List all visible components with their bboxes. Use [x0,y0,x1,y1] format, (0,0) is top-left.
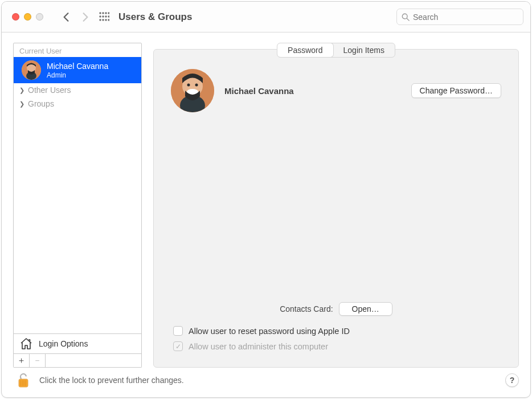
svg-point-0 [99,12,101,14]
footer: Click the lock to prevent further change… [2,368,530,397]
forward-button[interactable] [77,9,93,25]
checkbox-icon[interactable] [173,326,183,336]
pane-title: Users & Groups [118,11,192,23]
home-icon [19,337,33,350]
administer-label: Allow user to administer this computer [189,342,328,351]
unlock-icon[interactable] [17,372,30,388]
svg-point-21 [187,84,190,87]
content-area: Current User Michael Cavanna Admi [2,32,530,368]
reset-password-apple-id-row[interactable]: Allow user to reset password using Apple… [171,326,501,336]
login-options-label: Login Options [39,339,88,348]
svg-point-6 [105,15,107,17]
main-panel: Password Login Items [153,43,519,368]
svg-point-10 [105,19,107,21]
search-field[interactable] [396,9,523,25]
add-remove-bar: ＋ － [13,354,142,368]
help-button[interactable]: ? [505,373,519,387]
user-role: Admin [47,71,108,79]
other-users-label: Other Users [28,85,71,95]
svg-point-1 [102,12,104,14]
svg-point-3 [108,12,109,14]
svg-rect-23 [19,379,28,387]
login-options-row[interactable]: Login Options [13,333,142,354]
svg-point-22 [195,84,198,87]
change-password-button[interactable]: Change Password… [411,83,501,98]
sidebar-current-user[interactable]: Michael Cavanna Admin [14,57,141,83]
svg-line-13 [407,18,409,21]
user-header: Michael Cavanna Change Password… [171,69,501,112]
back-button[interactable] [58,9,74,25]
reset-apple-id-label: Allow user to reset password using Apple… [189,327,350,336]
contacts-card-row: Contacts Card: Open… [171,302,501,316]
search-icon [402,13,410,21]
zoom-window-button[interactable] [36,13,43,21]
administer-computer-row: ✓ Allow user to administer this computer [171,341,501,351]
open-contacts-button[interactable]: Open… [339,302,392,316]
minimize-window-button[interactable] [24,13,31,21]
search-input[interactable] [413,13,518,22]
current-user-header: Current User [14,43,141,57]
tab-password[interactable]: Password [277,43,333,57]
svg-point-11 [108,19,109,21]
users-groups-window: Users & Groups Current User [1,1,531,398]
show-all-preferences-icon[interactable] [99,12,109,22]
svg-point-8 [99,19,101,21]
other-users-row[interactable]: ❯ Other Users [14,83,141,97]
svg-point-4 [99,15,101,17]
user-list: Current User Michael Cavanna Admi [13,43,142,334]
svg-point-9 [102,19,104,21]
add-user-button[interactable]: ＋ [14,354,30,367]
chevron-right-icon: ❯ [19,87,24,94]
chevron-right-icon: ❯ [19,100,24,108]
contacts-card-label: Contacts Card: [280,304,333,314]
toolbar: Users & Groups [2,2,530,32]
user-name: Michael Cavanna [47,61,108,71]
lock-text: Click the lock to prevent further change… [39,376,184,385]
checkbox-icon: ✓ [173,341,183,351]
avatar [22,60,41,80]
tab-login-items[interactable]: Login Items [333,43,395,57]
sidebar: Current User Michael Cavanna Admi [13,43,142,368]
svg-point-5 [102,15,104,17]
display-name: Michael Cavanna [224,86,294,96]
close-window-button[interactable] [12,13,19,21]
groups-label: Groups [28,99,54,108]
tab-bar: Password Login Items [277,43,395,58]
user-avatar[interactable] [171,69,214,112]
svg-point-7 [108,15,109,17]
window-controls [12,13,43,21]
password-panel: Michael Cavanna Change Password… Contact… [153,49,519,368]
remove-user-button[interactable]: － [30,354,46,367]
groups-row[interactable]: ❯ Groups [14,97,141,111]
svg-point-2 [105,12,107,14]
